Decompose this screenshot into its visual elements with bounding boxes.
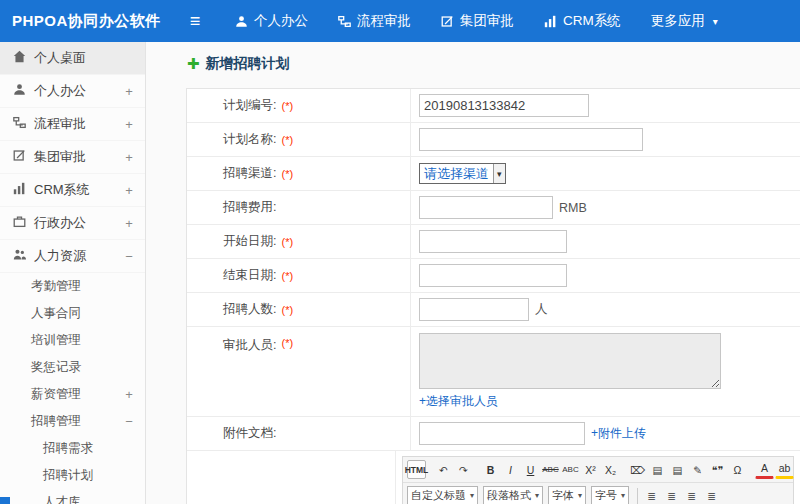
sidebar-item-recruit-mgmt[interactable]: 招聘管理 −: [0, 408, 145, 435]
approver-label: 审批人员:: [223, 337, 276, 354]
blockquote-button[interactable]: ❝❞: [708, 460, 727, 479]
paragraph-format-select[interactable]: 段落格式 ▾: [483, 486, 543, 504]
chevron-down-icon: ▾: [535, 491, 539, 500]
person-icon: [235, 15, 248, 28]
choose-approver-link[interactable]: +选择审批人员: [419, 393, 721, 410]
top-navigation-bar: PHPOA协同办公软件 ≡ 个人办公 流程审批 集团审批 CRM系统 更多应用 …: [0, 0, 800, 42]
chevron-down-icon: ▾: [493, 164, 505, 183]
attachment-input[interactable]: [419, 422, 585, 445]
align-left-button[interactable]: ≣: [642, 486, 661, 504]
subscript-button[interactable]: X₂: [601, 460, 620, 479]
html-source-button[interactable]: HTML: [407, 460, 426, 479]
expand-icon[interactable]: +: [123, 216, 135, 231]
sidebar-item-hr[interactable]: 人力资源 −: [0, 240, 145, 273]
collapse-icon[interactable]: −: [123, 414, 135, 429]
sidebar-item-hr-contract[interactable]: 人事合同: [0, 300, 145, 327]
sidebar-item-recruit-demand[interactable]: 招聘需求: [0, 435, 145, 462]
chevron-down-icon: ▾: [470, 491, 474, 500]
paste-button[interactable]: ▤: [648, 460, 667, 479]
nav-group-approval[interactable]: 集团审批: [426, 0, 529, 42]
toolbar-separator: [637, 488, 638, 504]
person-icon: [13, 83, 26, 99]
expand-icon[interactable]: +: [123, 84, 135, 99]
form-row-editor: HTML ↶ ↷ B I U ABC ABC X² X₂ ⌦ ▤ ▤ ✎: [187, 451, 800, 504]
start-date-input[interactable]: [419, 230, 567, 253]
sidebar-item-salary[interactable]: 薪资管理 +: [0, 381, 145, 408]
special-char-button[interactable]: Ω: [728, 460, 747, 479]
people-icon: [13, 248, 26, 264]
plan-number-input[interactable]: [419, 94, 589, 117]
highlight-color-button[interactable]: ab: [775, 460, 794, 479]
sidebar-item-recruit-plan[interactable]: 招聘计划: [0, 462, 145, 489]
plan-name-label: 计划名称:: [223, 131, 276, 148]
spellcheck-button[interactable]: ABC: [561, 460, 580, 479]
fee-input[interactable]: [419, 196, 553, 219]
expand-icon[interactable]: +: [123, 150, 135, 165]
nav-workflow-approval[interactable]: 流程审批: [323, 0, 426, 42]
workflow-icon: [338, 15, 351, 28]
headcount-input[interactable]: [419, 298, 529, 321]
nav-crm-system[interactable]: CRM系统: [529, 0, 636, 42]
edit-square-icon: [13, 149, 26, 165]
remove-format-button[interactable]: ⌦: [628, 460, 647, 479]
form-row-end-date: 结束日期: (*): [187, 259, 800, 293]
nav-personal-office[interactable]: 个人办公: [220, 0, 323, 42]
paste-text-button[interactable]: ▤: [668, 460, 687, 479]
fee-label: 招聘费用:: [223, 199, 276, 216]
sidebar-item-personal-office[interactable]: 个人办公 +: [0, 75, 145, 108]
nav-more-apps[interactable]: 更多应用 ▾: [636, 0, 733, 42]
sidebar-item-rewards[interactable]: 奖惩记录: [0, 354, 145, 381]
chevron-down-icon: ▾: [621, 491, 625, 500]
app-logo: PHPOA协同办公软件: [0, 12, 178, 31]
form-row-plan-number: 计划编号: (*): [187, 89, 800, 123]
start-date-label: 开始日期:: [223, 233, 276, 250]
underline-button[interactable]: U: [521, 460, 540, 479]
end-date-input[interactable]: [419, 264, 567, 287]
sidebar-item-crm[interactable]: CRM系统 +: [0, 174, 145, 207]
required-mark: (*): [281, 337, 293, 349]
font-family-select[interactable]: 字体 ▾: [548, 486, 586, 504]
sidebar-item-attendance[interactable]: 考勤管理: [0, 273, 145, 300]
attachment-upload-link[interactable]: +附件上传: [591, 425, 646, 442]
sidebar-item-workflow-approval[interactable]: 流程审批 +: [0, 108, 145, 141]
expand-icon[interactable]: +: [123, 117, 135, 132]
sidebar-item-training[interactable]: 培训管理: [0, 327, 145, 354]
bold-button[interactable]: B: [481, 460, 500, 479]
form-row-approver: 审批人员: (*) +选择审批人员: [187, 327, 800, 417]
align-center-button[interactable]: ≣: [662, 486, 681, 504]
required-mark: (*): [281, 168, 293, 180]
attachment-label: 附件文档:: [223, 425, 276, 442]
hamburger-menu-icon[interactable]: ≡: [178, 11, 212, 32]
edit-square-icon: [441, 15, 454, 28]
chevron-down-icon: ▾: [713, 16, 718, 27]
sidebar: 个人桌面 个人办公 + 流程审批 + 集团审批 + CRM系统 + 行政办公 +…: [0, 42, 146, 504]
collapse-icon[interactable]: −: [123, 249, 135, 264]
redo-icon[interactable]: ↷: [454, 460, 473, 479]
bar-chart-icon: [13, 182, 26, 198]
plan-name-input[interactable]: [419, 128, 643, 151]
channel-select[interactable]: 请选择渠道 ▾: [419, 163, 506, 184]
strikethrough-button[interactable]: ABC: [541, 460, 560, 479]
align-right-button[interactable]: ≣: [682, 486, 701, 504]
sidebar-item-talent-pool[interactable]: 人才库: [0, 489, 145, 504]
sidebar-item-group-approval[interactable]: 集团审批 +: [0, 141, 145, 174]
undo-icon[interactable]: ↶: [434, 460, 453, 479]
sidebar-item-admin-office[interactable]: 行政办公 +: [0, 207, 145, 240]
heading-style-select[interactable]: 自定义标题 ▾: [407, 486, 478, 504]
required-mark: (*): [281, 100, 293, 112]
expand-icon[interactable]: +: [123, 183, 135, 198]
plan-number-label: 计划编号:: [223, 97, 276, 114]
edit-pencil-icon[interactable]: ✎: [688, 460, 707, 479]
superscript-button[interactable]: X²: [581, 460, 600, 479]
italic-button[interactable]: I: [501, 460, 520, 479]
align-justify-button[interactable]: ≣: [702, 486, 721, 504]
required-mark: (*): [281, 270, 293, 282]
approver-textarea[interactable]: [419, 333, 721, 389]
expand-icon[interactable]: +: [123, 387, 135, 402]
sidebar-scroll-thumb[interactable]: [0, 497, 10, 504]
form-row-channel: 招聘渠道: (*) 请选择渠道 ▾: [187, 157, 800, 191]
font-size-select[interactable]: 字号 ▾: [591, 486, 629, 504]
required-mark: (*): [281, 134, 293, 146]
font-color-button[interactable]: A: [755, 460, 774, 479]
sidebar-item-desktop[interactable]: 个人桌面: [0, 42, 145, 75]
